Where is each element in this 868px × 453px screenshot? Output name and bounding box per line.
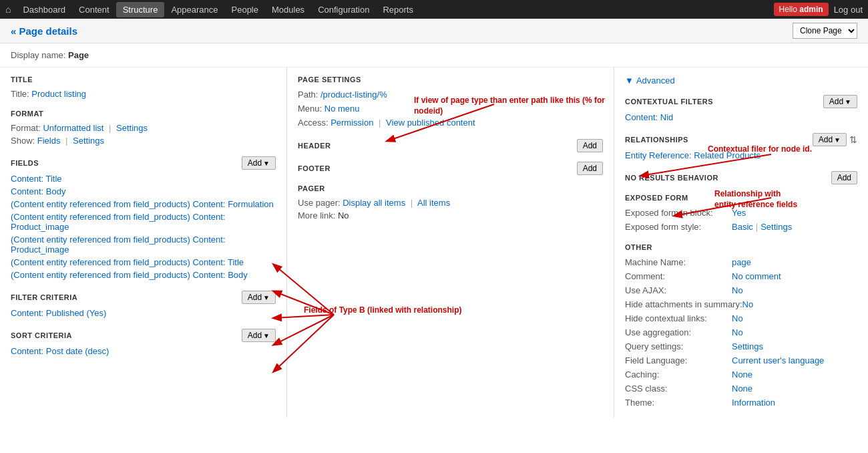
nav-people[interactable]: People xyxy=(225,2,265,17)
field-formulation[interactable]: (Content entity referenced from field_pr… xyxy=(11,198,276,210)
relationships-section-header: RELATIONSHIPS xyxy=(625,136,688,144)
format-sep: | xyxy=(109,123,111,133)
entity-reference-related[interactable]: Entity Reference: Related Products xyxy=(625,149,857,162)
hello-admin-badge: Hello admin xyxy=(774,3,829,16)
more-link-value: No xyxy=(338,210,349,220)
fields-add-button[interactable]: Add ▼ xyxy=(242,156,276,170)
machine-name-label: Machine Name: xyxy=(625,257,732,267)
access-permission[interactable]: Permission xyxy=(331,118,373,128)
nav-configuration[interactable]: Configuration xyxy=(311,2,376,17)
path-value[interactable]: /product-listing/% xyxy=(320,90,387,100)
comment-value[interactable]: No comment xyxy=(732,271,781,281)
caching-row: Caching: None xyxy=(625,367,857,382)
nav-appearance[interactable]: Appearance xyxy=(164,2,224,17)
footer-add-button[interactable]: Add xyxy=(577,162,603,175)
css-class-value[interactable]: None xyxy=(732,384,752,394)
show-settings[interactable]: Settings xyxy=(73,136,104,146)
use-pager-label: Use pager: xyxy=(298,198,341,208)
exposed-in-block-label: Exposed form in block: xyxy=(625,208,732,218)
css-class-label: CSS class: xyxy=(625,384,732,394)
logout-link[interactable]: Log out xyxy=(834,5,863,15)
show-row: Show: Fields | Settings xyxy=(11,134,276,147)
no-results-section-row: NO RESULTS BEHAVIOR Add xyxy=(625,171,857,184)
relationships-section-row: RELATIONSHIPS Add ▼ ⇅ xyxy=(625,133,857,146)
nav-reports[interactable]: Reports xyxy=(376,2,420,17)
sort-section-header: SORT CRITERIA xyxy=(11,331,72,339)
query-settings-row: Query settings: Settings xyxy=(625,339,857,353)
advanced-toggle[interactable]: ▼ Advanced xyxy=(625,76,857,86)
sort-section-header-row: SORT CRITERIA Add ▼ xyxy=(11,329,276,342)
advanced-triangle: ▼ xyxy=(625,76,634,86)
caching-label: Caching: xyxy=(625,369,732,380)
relationships-add-button[interactable]: Add ▼ xyxy=(813,133,847,146)
aggregation-value[interactable]: No xyxy=(732,327,743,337)
advanced-label: Advanced xyxy=(636,76,675,86)
field-product-image-1[interactable]: (Content entity referenced from field_pr… xyxy=(11,210,276,233)
title-value[interactable]: Product listing xyxy=(31,89,86,99)
nav-content[interactable]: Content xyxy=(72,2,116,17)
format-link[interactable]: Unformatted list xyxy=(43,123,103,133)
hide-attachments-value[interactable]: No xyxy=(742,299,754,309)
access-sep: | xyxy=(379,118,381,128)
sort-add-button[interactable]: Add ▼ xyxy=(242,329,276,342)
theme-value[interactable]: Information xyxy=(732,398,775,408)
exposed-style-settings[interactable]: Settings xyxy=(761,222,792,232)
field-content-title[interactable]: Content: Title xyxy=(11,172,276,185)
sort-post-date[interactable]: Content: Post date (desc) xyxy=(11,345,276,357)
ajax-value[interactable]: No xyxy=(732,285,743,295)
contextual-nid[interactable]: Content: Nid xyxy=(625,111,857,124)
footer-section-row: FOOTER Add xyxy=(298,162,603,175)
footer-section-header: FOOTER xyxy=(298,164,331,172)
query-settings-value[interactable]: Settings xyxy=(732,341,763,351)
filter-section-header: FILTER CRITERIA xyxy=(11,293,77,301)
exposed-in-block-value[interactable]: Yes xyxy=(732,208,746,218)
show-sep: | xyxy=(65,136,67,146)
nav-structure[interactable]: Structure xyxy=(116,2,165,17)
access-view[interactable]: View published content xyxy=(386,118,475,128)
relationships-rearrange[interactable]: ⇅ xyxy=(849,134,857,145)
page-header: « Page details Clone Page xyxy=(0,19,868,43)
filter-published[interactable]: Content: Published (Yes) xyxy=(11,307,276,319)
hide-contextual-value[interactable]: No xyxy=(732,313,743,323)
field-ref-body[interactable]: (Content entity referenced from field_pr… xyxy=(11,269,276,281)
field-ref-title[interactable]: (Content entity referenced from field_pr… xyxy=(11,256,276,269)
exposed-in-block-row: Exposed form in block: Yes xyxy=(625,206,857,220)
nav-dashboard[interactable]: Dashboard xyxy=(16,2,72,17)
exposed-style-value[interactable]: Basic xyxy=(732,222,753,232)
fields-section-header: FIELDS xyxy=(11,159,39,167)
other-section-header: OTHER xyxy=(625,243,857,251)
access-row: Access: Permission | View published cont… xyxy=(298,116,603,130)
exposed-style-row: Exposed form style: Basic | Settings xyxy=(625,220,857,234)
use-pager-all[interactable]: All items xyxy=(417,198,450,208)
menu-label: Menu: xyxy=(298,104,322,114)
home-icon[interactable]: ⌂ xyxy=(5,4,11,15)
more-link-label: More link: xyxy=(298,210,335,220)
access-label: Access: xyxy=(298,118,329,128)
page-header-right: Clone Page xyxy=(793,23,857,39)
header-add-button[interactable]: Add xyxy=(577,139,603,152)
field-product-image-2[interactable]: (Content entity referenced from field_pr… xyxy=(11,233,276,256)
field-language-value[interactable]: Current user's language xyxy=(732,355,824,365)
page-settings-section: PAGE SETTINGS xyxy=(298,76,603,84)
caching-value[interactable]: None xyxy=(732,369,752,380)
nav-items: Dashboard Content Structure Appearance P… xyxy=(16,2,420,17)
menu-value[interactable]: No menu xyxy=(324,104,360,114)
contextual-add-button[interactable]: Add ▼ xyxy=(823,95,857,108)
more-link-row: More link: No xyxy=(298,209,603,222)
title-label: Title: xyxy=(11,89,29,99)
use-pager-display[interactable]: Display all items xyxy=(343,198,405,208)
field-content-body[interactable]: Content: Body xyxy=(11,185,276,198)
no-results-add-button[interactable]: Add xyxy=(831,171,857,184)
filter-add-button[interactable]: Add ▼ xyxy=(242,291,276,304)
left-column: TITLE Title: Product listing FORMAT Form… xyxy=(0,67,287,418)
format-settings[interactable]: Settings xyxy=(116,123,148,133)
hide-attachments-label: Hide attachments in summary: xyxy=(625,299,742,309)
comment-label: Comment: xyxy=(625,271,732,281)
format-section-header: FORMAT xyxy=(11,110,276,118)
nav-modules[interactable]: Modules xyxy=(265,2,311,17)
format-row: Format: Unformatted list | Settings xyxy=(11,122,276,134)
show-fields[interactable]: Fields xyxy=(37,136,61,146)
machine-name-value[interactable]: page xyxy=(732,257,751,267)
field-language-label: Field Language: xyxy=(625,355,732,365)
clone-select[interactable]: Clone Page xyxy=(793,23,857,39)
